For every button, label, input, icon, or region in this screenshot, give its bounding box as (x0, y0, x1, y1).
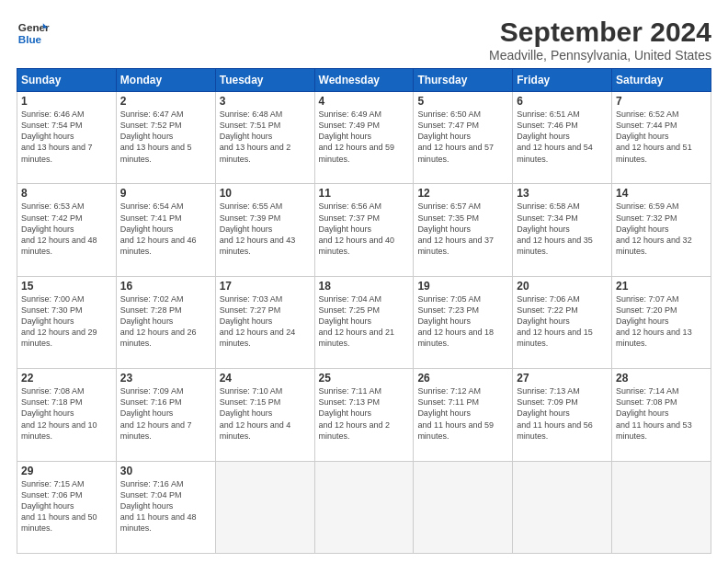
day-detail: Sunrise: 7:02 AM Sunset: 7:28 PM Dayligh… (120, 293, 211, 350)
day-detail: Sunrise: 7:09 AM Sunset: 7:16 PM Dayligh… (120, 385, 211, 442)
calendar-table: Sunday Monday Tuesday Wednesday Thursday… (17, 68, 711, 554)
day-number: 30 (120, 465, 211, 477)
calendar-cell (513, 461, 612, 553)
calendar-week-1: 1 Sunrise: 6:46 AM Sunset: 7:54 PM Dayli… (17, 92, 711, 184)
day-number: 28 (616, 372, 707, 385)
calendar-cell: 8 Sunrise: 6:53 AM Sunset: 7:42 PM Dayli… (17, 184, 117, 276)
col-friday: Friday (513, 69, 612, 92)
day-detail: Sunrise: 7:07 AM Sunset: 7:20 PM Dayligh… (616, 293, 707, 350)
calendar-week-5: 29 Sunrise: 7:15 AM Sunset: 7:06 PM Dayl… (17, 461, 711, 553)
calendar-cell: 11 Sunrise: 6:56 AM Sunset: 7:37 PM Dayl… (314, 184, 414, 276)
calendar-header-row: Sunday Monday Tuesday Wednesday Thursday… (17, 69, 711, 92)
day-detail: Sunrise: 7:08 AM Sunset: 7:18 PM Dayligh… (21, 385, 112, 442)
main-title: September 2024 (489, 17, 711, 48)
col-tuesday: Tuesday (215, 69, 314, 92)
day-number: 18 (319, 280, 410, 293)
col-monday: Monday (116, 69, 215, 92)
day-number: 25 (319, 372, 410, 385)
day-detail: Sunrise: 7:00 AM Sunset: 7:30 PM Dayligh… (21, 293, 112, 350)
calendar-cell: 13 Sunrise: 6:58 AM Sunset: 7:34 PM Dayl… (513, 184, 612, 276)
page: General Blue September 2024 Meadville, P… (0, 0, 728, 563)
calendar-cell: 9 Sunrise: 6:54 AM Sunset: 7:41 PM Dayli… (116, 184, 215, 276)
day-number: 20 (517, 280, 608, 293)
calendar-cell: 21 Sunrise: 7:07 AM Sunset: 7:20 PM Dayl… (612, 276, 711, 368)
day-detail: Sunrise: 7:12 AM Sunset: 7:11 PM Dayligh… (417, 385, 508, 442)
calendar-cell: 30 Sunrise: 7:16 AM Sunset: 7:04 PM Dayl… (116, 461, 215, 553)
calendar-cell: 10 Sunrise: 6:55 AM Sunset: 7:39 PM Dayl… (215, 184, 314, 276)
svg-text:Blue: Blue (18, 33, 42, 45)
subtitle: Meadville, Pennsylvania, United States (489, 48, 711, 63)
header: General Blue September 2024 Meadville, P… (17, 17, 711, 63)
calendar-cell (314, 461, 414, 553)
day-detail: Sunrise: 6:56 AM Sunset: 7:37 PM Dayligh… (319, 201, 410, 257)
calendar-cell: 6 Sunrise: 6:51 AM Sunset: 7:46 PM Dayli… (513, 92, 612, 184)
day-detail: Sunrise: 7:15 AM Sunset: 7:06 PM Dayligh… (21, 478, 112, 534)
day-detail: Sunrise: 7:14 AM Sunset: 7:08 PM Dayligh… (616, 385, 707, 442)
day-number: 6 (517, 95, 608, 108)
calendar-cell: 19 Sunrise: 7:05 AM Sunset: 7:23 PM Dayl… (414, 276, 513, 368)
calendar-cell: 18 Sunrise: 7:04 AM Sunset: 7:25 PM Dayl… (314, 276, 414, 368)
day-number: 2 (120, 95, 211, 108)
calendar-cell: 22 Sunrise: 7:08 AM Sunset: 7:18 PM Dayl… (17, 369, 117, 461)
day-number: 27 (517, 372, 608, 385)
calendar-cell: 20 Sunrise: 7:06 AM Sunset: 7:22 PM Dayl… (513, 276, 612, 368)
day-number: 26 (417, 372, 508, 385)
calendar-cell: 17 Sunrise: 7:03 AM Sunset: 7:27 PM Dayl… (215, 276, 314, 368)
calendar-header: Sunday Monday Tuesday Wednesday Thursday… (17, 69, 711, 92)
calendar-cell: 3 Sunrise: 6:48 AM Sunset: 7:51 PM Dayli… (215, 92, 314, 184)
calendar-cell: 2 Sunrise: 6:47 AM Sunset: 7:52 PM Dayli… (116, 92, 215, 184)
calendar-cell (215, 461, 314, 553)
calendar-cell: 15 Sunrise: 7:00 AM Sunset: 7:30 PM Dayl… (17, 276, 117, 368)
title-block: September 2024 Meadville, Pennsylvania, … (489, 17, 711, 63)
day-detail: Sunrise: 6:46 AM Sunset: 7:54 PM Dayligh… (21, 109, 112, 165)
day-number: 5 (417, 95, 508, 108)
calendar-body: 1 Sunrise: 6:46 AM Sunset: 7:54 PM Dayli… (17, 92, 711, 554)
calendar-cell: 23 Sunrise: 7:09 AM Sunset: 7:16 PM Dayl… (116, 369, 215, 461)
day-number: 19 (417, 280, 508, 293)
day-detail: Sunrise: 7:05 AM Sunset: 7:23 PM Dayligh… (417, 293, 508, 350)
calendar-week-3: 15 Sunrise: 7:00 AM Sunset: 7:30 PM Dayl… (17, 276, 711, 368)
day-number: 1 (21, 95, 112, 108)
calendar-cell: 28 Sunrise: 7:14 AM Sunset: 7:08 PM Dayl… (612, 369, 711, 461)
calendar-cell: 12 Sunrise: 6:57 AM Sunset: 7:35 PM Dayl… (414, 184, 513, 276)
day-detail: Sunrise: 6:58 AM Sunset: 7:34 PM Dayligh… (517, 201, 608, 257)
calendar-cell: 7 Sunrise: 6:52 AM Sunset: 7:44 PM Dayli… (612, 92, 711, 184)
day-detail: Sunrise: 6:47 AM Sunset: 7:52 PM Dayligh… (120, 109, 211, 165)
day-number: 22 (21, 372, 112, 385)
calendar-cell: 5 Sunrise: 6:50 AM Sunset: 7:47 PM Dayli… (414, 92, 513, 184)
day-number: 10 (220, 187, 311, 200)
day-number: 23 (120, 372, 211, 385)
day-detail: Sunrise: 7:04 AM Sunset: 7:25 PM Dayligh… (319, 293, 410, 350)
day-number: 8 (21, 187, 112, 200)
day-detail: Sunrise: 6:48 AM Sunset: 7:51 PM Dayligh… (220, 109, 311, 165)
calendar-cell: 25 Sunrise: 7:11 AM Sunset: 7:13 PM Dayl… (314, 369, 414, 461)
col-sunday: Sunday (17, 69, 117, 92)
day-number: 21 (616, 280, 707, 293)
day-detail: Sunrise: 6:52 AM Sunset: 7:44 PM Dayligh… (616, 109, 707, 165)
calendar-cell: 29 Sunrise: 7:15 AM Sunset: 7:06 PM Dayl… (17, 461, 117, 553)
logo-icon: General Blue (17, 17, 50, 50)
day-number: 15 (21, 280, 112, 293)
day-detail: Sunrise: 7:10 AM Sunset: 7:15 PM Dayligh… (220, 385, 311, 442)
calendar-cell: 14 Sunrise: 6:59 AM Sunset: 7:32 PM Dayl… (612, 184, 711, 276)
day-number: 12 (417, 187, 508, 200)
calendar-cell: 16 Sunrise: 7:02 AM Sunset: 7:28 PM Dayl… (116, 276, 215, 368)
calendar-cell: 1 Sunrise: 6:46 AM Sunset: 7:54 PM Dayli… (17, 92, 117, 184)
day-detail: Sunrise: 7:16 AM Sunset: 7:04 PM Dayligh… (120, 478, 211, 534)
day-detail: Sunrise: 6:49 AM Sunset: 7:49 PM Dayligh… (319, 109, 410, 165)
day-detail: Sunrise: 7:11 AM Sunset: 7:13 PM Dayligh… (319, 385, 410, 442)
day-number: 9 (120, 187, 211, 200)
col-saturday: Saturday (612, 69, 711, 92)
day-detail: Sunrise: 7:06 AM Sunset: 7:22 PM Dayligh… (517, 293, 608, 350)
col-thursday: Thursday (414, 69, 513, 92)
day-detail: Sunrise: 6:54 AM Sunset: 7:41 PM Dayligh… (120, 201, 211, 257)
day-number: 13 (517, 187, 608, 200)
day-detail: Sunrise: 6:57 AM Sunset: 7:35 PM Dayligh… (417, 201, 508, 257)
day-number: 24 (220, 372, 311, 385)
logo: General Blue (17, 17, 50, 50)
calendar-cell: 26 Sunrise: 7:12 AM Sunset: 7:11 PM Dayl… (414, 369, 513, 461)
day-number: 17 (220, 280, 311, 293)
day-detail: Sunrise: 7:13 AM Sunset: 7:09 PM Dayligh… (517, 385, 608, 442)
day-number: 7 (616, 95, 707, 108)
calendar-cell: 24 Sunrise: 7:10 AM Sunset: 7:15 PM Dayl… (215, 369, 314, 461)
